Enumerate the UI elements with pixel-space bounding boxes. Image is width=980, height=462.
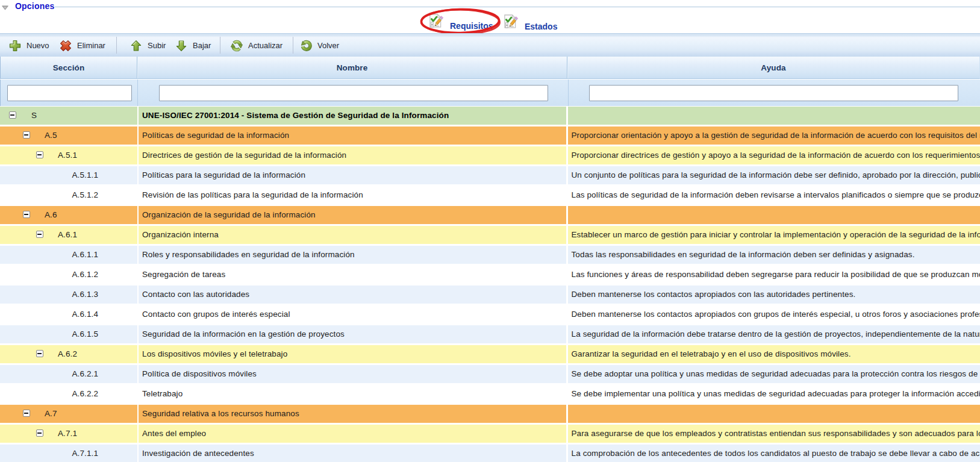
refresh-button[interactable]: Actualizar xyxy=(226,38,286,53)
column-header-nombre[interactable]: Nombre xyxy=(137,57,567,78)
cell-ayuda: Proporcionar orientación y apoyo a la ge… xyxy=(568,126,980,145)
tab-requisitos-label[interactable]: Requisitos xyxy=(450,21,493,31)
cell-seccion: A.5 xyxy=(0,126,137,145)
table-row[interactable]: A.7.1 Antes del empleo Para asegurarse d… xyxy=(0,425,980,443)
collapse-toggle[interactable] xyxy=(36,151,43,158)
refresh-icon xyxy=(230,39,243,52)
back-button[interactable]: Volver xyxy=(296,38,343,53)
table-row[interactable]: A.6 Organización de la seguridad de la i… xyxy=(0,206,980,224)
table-row[interactable]: A.6.2.2 Teletrabajo Se debe implementar … xyxy=(0,385,980,403)
cell-nombre: Políticas para la seguridad de la inform… xyxy=(139,166,566,184)
back-button-label: Volver xyxy=(317,41,339,50)
cell-nombre: Roles y responsabilidades en seguridad d… xyxy=(139,246,566,264)
cell-seccion: A.6.2 xyxy=(0,345,137,363)
cell-seccion: A.6.1.5 xyxy=(0,325,137,343)
table-body: S UNE-ISO/IEC 27001:2014 - Sistema de Ge… xyxy=(0,107,980,462)
edit-document-icon xyxy=(428,12,444,29)
table-row[interactable]: A.7 Seguridad relativa a los recursos hu… xyxy=(0,405,980,423)
cell-nombre: Seguridad relativa a los recursos humano… xyxy=(139,405,566,423)
cell-ayuda: Para asegurarse de que los empleados y c… xyxy=(568,425,980,443)
cell-nombre: Organización interna xyxy=(139,226,566,244)
cell-nombre: Los dispositivos móviles y el teletrabaj… xyxy=(139,345,566,363)
collapse-toggle[interactable] xyxy=(36,231,43,238)
section-code: A.6.1.3 xyxy=(72,286,99,304)
table-row[interactable]: A.6.2.1 Política de dispositivos móviles… xyxy=(0,365,980,383)
table-row[interactable]: A.6.1.1 Roles y responsabilidades en seg… xyxy=(0,246,980,264)
cell-nombre: Política de dispositivos móviles xyxy=(139,365,566,383)
filter-ayuda-input[interactable] xyxy=(589,85,958,101)
move-up-button-label: Subir xyxy=(148,41,166,50)
filter-row xyxy=(0,80,980,106)
tab-estados[interactable]: Estados xyxy=(503,13,563,32)
collapse-toggle[interactable] xyxy=(23,131,30,139)
delete-button-label: Eliminar xyxy=(77,41,105,50)
section-code: A.7.1 xyxy=(58,425,77,443)
collapse-toggle[interactable] xyxy=(9,111,16,119)
table-row[interactable]: A.5.1.1 Políticas para la seguridad de l… xyxy=(0,166,980,184)
cell-nombre: Contacto con grupos de interés especial xyxy=(139,305,566,323)
cell-nombre: Antes del empleo xyxy=(139,425,566,443)
cell-seccion: A.6.2.2 xyxy=(0,385,137,403)
toolbar-separator xyxy=(220,37,220,54)
cell-nombre: Contacto con las autoridades xyxy=(139,286,566,304)
collapse-toggle[interactable] xyxy=(36,350,43,357)
section-code: A.6.2 xyxy=(58,345,77,363)
add-icon xyxy=(8,39,22,52)
table-header: Sección Nombre Ayuda xyxy=(0,57,980,79)
filter-nombre-input[interactable] xyxy=(159,85,548,101)
table-row[interactable]: A.6.2 Los dispositivos móviles y el tele… xyxy=(0,345,980,363)
cell-nombre: Organización de la seguridad de la infor… xyxy=(139,206,566,224)
move-up-button[interactable]: Subir xyxy=(126,38,169,53)
section-code: A.5.1 xyxy=(58,146,77,164)
table-row[interactable]: A.6.1.2 Segregación de tareas Las funcio… xyxy=(0,266,980,284)
collapse-toggle[interactable] xyxy=(23,211,30,218)
table-row[interactable]: A.5.1.2 Revisión de las políticas para l… xyxy=(0,186,980,204)
cell-nombre: Políticas de seguridad de la información xyxy=(139,126,566,145)
column-divider xyxy=(137,80,138,106)
cell-ayuda xyxy=(568,405,980,423)
cell-seccion: A.6.2.1 xyxy=(0,365,137,383)
table-row[interactable]: S UNE-ISO/IEC 27001:2014 - Sistema de Ge… xyxy=(0,107,980,125)
filter-seccion-input[interactable] xyxy=(7,85,132,101)
cell-seccion: A.6.1.4 xyxy=(0,305,137,323)
toolbar: Nuevo Eliminar Subir Bajar Actualizar Vo… xyxy=(0,33,980,57)
move-down-button[interactable]: Bajar xyxy=(171,38,214,53)
cell-ayuda xyxy=(568,206,980,224)
new-button[interactable]: Nuevo xyxy=(5,38,53,53)
cell-ayuda: La comprobación de los antecedentes de t… xyxy=(568,445,980,462)
arrow-up-icon xyxy=(130,39,143,52)
cell-ayuda: Garantizar la seguridad en el teletrabaj… xyxy=(568,345,980,363)
cell-seccion: A.6.1.3 xyxy=(0,286,137,304)
tab-requisitos[interactable]: Requisitos xyxy=(428,12,501,31)
cell-seccion: A.5.1.2 xyxy=(0,186,137,204)
column-divider xyxy=(568,80,569,106)
cell-nombre: Investigación de antecedentes xyxy=(139,445,566,462)
options-panel: Opciones Requisitos Estados Nuevo Elimin… xyxy=(0,0,980,462)
collapse-toggle[interactable] xyxy=(36,429,43,437)
cell-ayuda: Se debe adoptar una política y unas medi… xyxy=(568,365,980,383)
table-row[interactable]: A.6.1.5 Seguridad de la información en l… xyxy=(0,325,980,343)
table-row[interactable]: A.6.1.4 Contacto con grupos de interés e… xyxy=(0,305,980,323)
cell-ayuda: La seguridad de la información debe trat… xyxy=(568,325,980,343)
section-code: A.6.1.4 xyxy=(72,305,99,323)
cell-ayuda: Todas las responsabilidades en seguridad… xyxy=(568,246,980,264)
column-header-ayuda[interactable]: Ayuda xyxy=(567,57,979,78)
toolbar-separator xyxy=(293,37,293,54)
delete-icon xyxy=(59,39,72,52)
tab-estados-label[interactable]: Estados xyxy=(525,22,557,31)
table-row[interactable]: A.5.1 Directrices de gestión de la segur… xyxy=(0,146,980,164)
table-row[interactable]: A.6.1.3 Contacto con las autoridades Deb… xyxy=(0,286,980,304)
section-code: A.6.1.2 xyxy=(72,266,99,284)
collapse-toggle[interactable] xyxy=(23,410,30,417)
edit-document-icon xyxy=(503,13,519,30)
cell-nombre: Seguridad de la información en la gestió… xyxy=(139,325,566,343)
table-row[interactable]: A.7.1.1 Investigación de antecedentes La… xyxy=(0,445,980,462)
delete-button[interactable]: Eliminar xyxy=(55,38,109,53)
cell-seccion: A.5.1.1 xyxy=(0,166,137,184)
column-header-seccion[interactable]: Sección xyxy=(1,57,137,78)
table-row[interactable]: A.6.1 Organización interna Establecer un… xyxy=(0,226,980,244)
cell-nombre: UNE-ISO/IEC 27001:2014 - Sistema de Gest… xyxy=(139,107,566,125)
section-code: A.7 xyxy=(45,405,57,423)
section-code: A.5.1.1 xyxy=(72,166,99,184)
table-row[interactable]: A.5 Políticas de seguridad de la informa… xyxy=(0,126,980,145)
